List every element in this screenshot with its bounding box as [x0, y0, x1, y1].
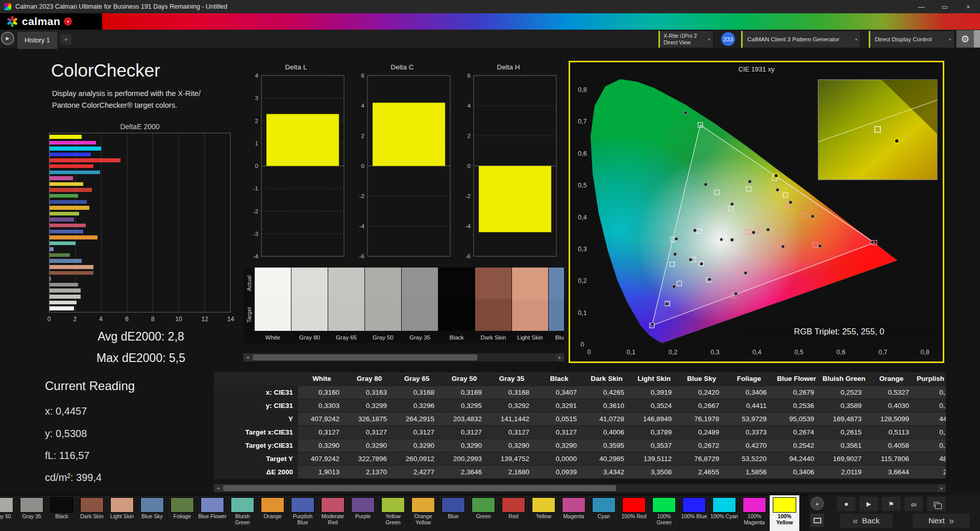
delta-l-svg: 43210-1-2-3-4: [244, 74, 348, 258]
column-header: Gray 80: [346, 372, 393, 385]
deltae-chart-title: DeltaE 2000: [49, 123, 231, 131]
measured-point: [700, 262, 703, 266]
clipped-edge-button[interactable]: [974, 30, 980, 47]
table-cell: 407,9242: [298, 412, 346, 425]
palette-item[interactable]: 100% Red: [619, 495, 649, 531]
palette-item[interactable]: Red: [499, 495, 528, 531]
scroll-right-arrow[interactable]: ►: [556, 353, 564, 361]
palette-item[interactable]: Orange Yellow: [408, 495, 438, 531]
palette-item[interactable]: Green: [469, 495, 498, 531]
settings-button[interactable]: ⚙: [957, 30, 974, 47]
table-scrollbar[interactable]: ◄ ►: [214, 484, 946, 492]
table-cell: 0,4030: [868, 399, 915, 412]
logo-dropdown-button[interactable]: ▾: [64, 17, 72, 26]
table-cell: 203,4832: [440, 412, 488, 425]
pattern-generator-dropdown[interactable]: CalMAN Client 3 Pattern Generator ▼: [741, 31, 861, 48]
palette-swatch: [502, 497, 525, 513]
palette-item[interactable]: Magenta: [559, 495, 589, 531]
table-row: ΔE 20001,90132,13702,42772,36462,16800,0…: [214, 465, 946, 478]
swatch-column: Gray 35: [402, 268, 438, 343]
add-tab-button[interactable]: +: [60, 34, 71, 45]
swatch-label: Blue Sky: [549, 331, 564, 342]
palette-swatch: [80, 497, 104, 513]
palette-item[interactable]: Gray 50: [0, 495, 16, 531]
stop-button[interactable]: ■: [837, 497, 855, 511]
actual-swatch: [291, 268, 328, 299]
deltae-bar: [50, 147, 101, 151]
deltae-bar: [50, 218, 74, 222]
palette-item[interactable]: 100% Blue: [679, 495, 709, 531]
measured-point: [748, 180, 751, 183]
palette-item[interactable]: Blue Flower: [198, 495, 227, 531]
back-button[interactable]: « Back: [840, 514, 893, 528]
palette-item[interactable]: 100% Magenta: [740, 495, 769, 531]
strip-columns: WhiteGray 80Gray 65Gray 50Gray 35BlackDa…: [255, 268, 564, 343]
deltae-bar: [50, 212, 79, 216]
scrollbar-thumb[interactable]: [223, 485, 616, 491]
continuous-measure-button[interactable]: ∞: [904, 497, 923, 511]
deltae-bar: [50, 224, 86, 228]
palette-swatch: [0, 497, 13, 513]
deltae-bar: [50, 235, 97, 239]
palette-item[interactable]: Cyan: [589, 495, 619, 531]
close-button[interactable]: ×: [957, 0, 980, 13]
logo-text: calman: [22, 15, 60, 28]
duplicate-button[interactable]: [927, 497, 945, 511]
scroll-right-arrow[interactable]: ►: [938, 484, 946, 492]
flag-button[interactable]: ⚑: [882, 497, 900, 511]
expand-up-button[interactable]: ▲: [811, 497, 824, 510]
deltae-bar: [50, 188, 92, 192]
panel-expand-button[interactable]: ▶: [1, 32, 14, 45]
tab-history-1[interactable]: History 1: [17, 32, 57, 49]
palette-item[interactable]: 100% Cyan: [709, 495, 739, 531]
table-cell: 0,3610: [583, 399, 630, 412]
row-label: Y: [214, 412, 298, 425]
play-button[interactable]: ▶: [860, 497, 878, 511]
axis-tick: -6: [359, 253, 364, 258]
palette-item[interactable]: Dark Skin: [77, 495, 107, 531]
strip-scrollbar[interactable]: ◄ ►: [243, 353, 564, 361]
restore-button[interactable]: ▭: [933, 0, 957, 13]
table-cell: 3,6644: [868, 465, 915, 478]
palette-item[interactable]: 100% Yellow: [770, 495, 799, 531]
scrollbar-thumb[interactable]: [253, 354, 477, 360]
scroll-left-arrow[interactable]: ◄: [214, 484, 222, 492]
display-control-dropdown[interactable]: Direct Display Control ▼: [869, 31, 954, 48]
palette-swatch: [231, 497, 254, 513]
palette-label: Yellow Green: [378, 514, 408, 525]
next-label: Next: [928, 516, 945, 525]
title-bar: Calman 2023 Calman Ultimate for Business…: [0, 0, 980, 13]
cie-x-tick: 0,7: [878, 349, 887, 356]
screen-icon: [814, 518, 821, 523]
actual-swatch: [549, 268, 564, 299]
palette-item[interactable]: 100% Green: [649, 495, 679, 531]
table-cell: 0,2679: [773, 385, 820, 399]
page-title: ColorChecker: [51, 60, 160, 81]
cie-x-tick: 0,2: [669, 349, 677, 356]
palette-item[interactable]: Blue Sky: [137, 495, 167, 531]
palette-item[interactable]: Purplish Blue: [288, 495, 317, 531]
palette-item[interactable]: Moderate Red: [318, 495, 348, 531]
palette-item[interactable]: Black: [47, 495, 77, 531]
palette-swatch: [652, 497, 676, 513]
palette-item[interactable]: Light Skin: [107, 495, 137, 531]
scroll-left-arrow[interactable]: ◄: [243, 353, 252, 361]
palette-item[interactable]: Blue: [438, 495, 468, 531]
display-preview-button[interactable]: [811, 514, 824, 527]
minimize-button[interactable]: —: [910, 0, 933, 13]
cie-x-tick: 0,8: [920, 349, 929, 356]
palette-item[interactable]: Foliage: [167, 495, 197, 531]
actual-row-label: Actual: [243, 268, 255, 299]
palette-item[interactable]: Gray 35: [17, 495, 46, 531]
meter-dropdown[interactable]: X-Rite i1Pro 2 Direct View ▼: [658, 31, 714, 48]
palette-item[interactable]: Yellow Green: [378, 495, 408, 531]
deltae-bar: [50, 176, 73, 180]
palette-item[interactable]: Orange: [258, 495, 287, 531]
deltae-bar: [50, 206, 89, 210]
palette-item[interactable]: Bluish Green: [228, 495, 257, 531]
palette-item[interactable]: Purple: [348, 495, 378, 531]
next-button[interactable]: Next »: [913, 514, 970, 528]
palette-item[interactable]: Yellow: [529, 495, 558, 531]
reading-cd: cd/m²: 399,4: [45, 472, 102, 484]
meter-line2: Direct View: [664, 39, 691, 46]
